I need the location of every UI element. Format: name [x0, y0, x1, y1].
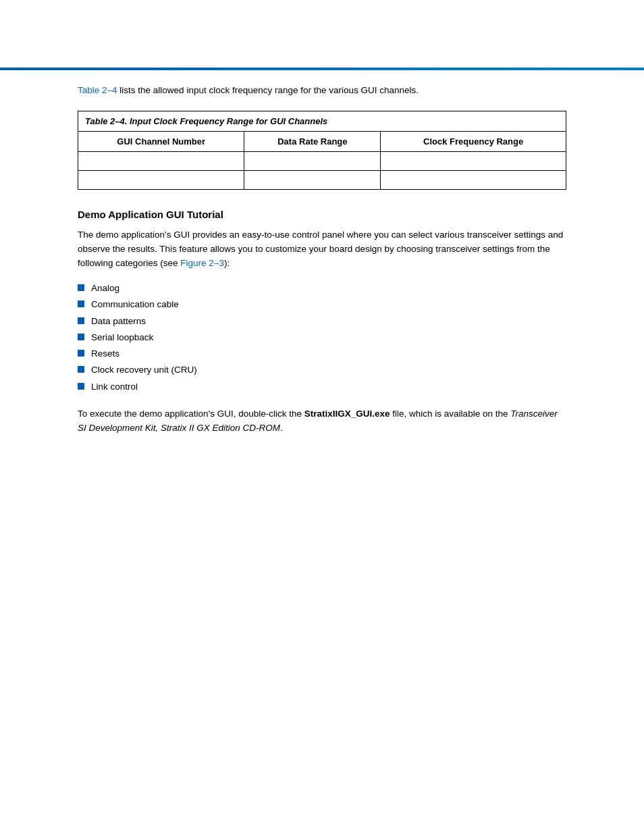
content-area: Table 2–4 lists the allowed input clock …: [0, 70, 644, 463]
execute-bold: StratixIIGX_GUI.exe: [304, 409, 390, 419]
list-item: Link control: [78, 380, 566, 394]
bullet-icon: [78, 301, 84, 307]
table-row-1: [78, 152, 566, 171]
execute-paragraph: To execute the demo application's GUI, d…: [78, 407, 566, 436]
table-caption: Table 2–4. Input Clock Frequency Range f…: [78, 111, 566, 132]
list-item-label: Serial loopback: [91, 331, 153, 344]
row1-col3: [381, 152, 566, 171]
row2-col1: [78, 171, 244, 190]
list-item-label: Communication cable: [91, 298, 179, 311]
list-item: Analog: [78, 282, 566, 295]
list-item-label: Link control: [91, 380, 138, 394]
list-item-label: Data patterns: [91, 315, 146, 328]
row1-col1: [78, 152, 244, 171]
bullet-icon: [78, 317, 84, 324]
execute-text-1: To execute the demo application's GUI, d…: [78, 409, 304, 419]
intro-text-after: lists the allowed input clock frequency …: [119, 85, 419, 95]
figure-2-3-link[interactable]: Figure 2–3: [180, 258, 224, 268]
bullet-icon: [78, 383, 84, 390]
list-item-label: Analog: [91, 282, 119, 295]
execute-text-2: file, which is available on the: [390, 409, 511, 419]
body-paragraph: The demo application's GUI provides an e…: [78, 228, 566, 271]
body-text-after: ):: [224, 258, 230, 268]
table-2-4-link[interactable]: Table 2–4: [78, 85, 119, 95]
col-header-data-rate: Data Rate Range: [244, 132, 381, 152]
execute-text-3: .: [280, 423, 283, 433]
table-header-row: GUI Channel Number Data Rate Range Clock…: [78, 132, 566, 152]
body-text-before: The demo application's GUI provides an e…: [78, 230, 563, 268]
row2-col2: [244, 171, 381, 190]
col-header-gui-channel: GUI Channel Number: [78, 132, 244, 152]
list-item: Data patterns: [78, 315, 566, 328]
table-row-2: [78, 171, 566, 190]
list-item-label: Clock recovery unit (CRU): [91, 363, 197, 377]
list-item: Resets: [78, 347, 566, 361]
table-caption-row: Table 2–4. Input Clock Frequency Range f…: [78, 111, 566, 132]
intro-paragraph: Table 2–4 lists the allowed input clock …: [78, 84, 566, 97]
row1-col2: [244, 152, 381, 171]
list-item: Communication cable: [78, 298, 566, 311]
data-table: Table 2–4. Input Clock Frequency Range f…: [78, 111, 566, 190]
section-heading: Demo Application GUI Tutorial: [78, 209, 566, 220]
row2-col3: [381, 171, 566, 190]
bullet-icon: [78, 350, 84, 357]
bullet-icon: [78, 334, 84, 340]
bullet-icon: [78, 366, 84, 373]
bullet-icon: [78, 284, 84, 291]
page-container: Table 2–4 lists the allowed input clock …: [0, 68, 644, 834]
list-item-label: Resets: [91, 347, 119, 361]
list-item: Clock recovery unit (CRU): [78, 363, 566, 377]
list-item: Serial loopback: [78, 331, 566, 344]
col-header-clock-freq: Clock Frequency Range: [381, 132, 566, 152]
bullet-list: Analog Communication cable Data patterns…: [78, 282, 566, 394]
